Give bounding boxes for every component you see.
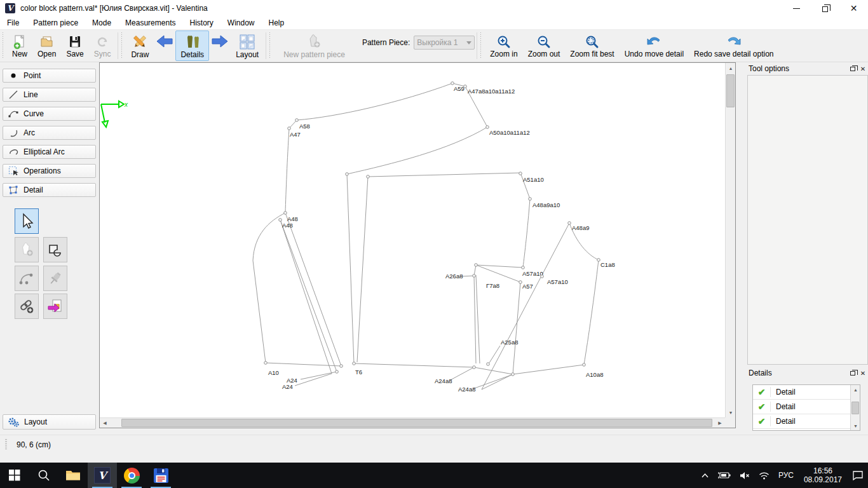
volume-muted-indicator[interactable] <box>735 463 754 488</box>
scroll-right-icon[interactable]: ▶ <box>715 418 725 428</box>
floppy-app-taskbar-button[interactable] <box>146 463 175 488</box>
toolbar-drag-handle[interactable] <box>1 32 4 59</box>
valentina-taskbar-button[interactable]: V <box>88 463 117 488</box>
layout-button[interactable]: Layout <box>3 414 96 430</box>
pattern-piece-path[interactable] <box>474 265 523 282</box>
detail-path-tool[interactable] <box>43 237 67 262</box>
pattern-piece-path[interactable] <box>474 275 480 363</box>
undo-move-detail-button[interactable]: Undo move detail <box>620 30 689 61</box>
category-point[interactable]: Point <box>3 69 96 83</box>
check-icon[interactable]: ✔ <box>753 416 771 426</box>
category-line[interactable]: Line <box>3 88 96 102</box>
clock[interactable]: 16:56 08.09.2017 <box>798 463 848 488</box>
restore-button[interactable] <box>811 0 839 17</box>
select-arrow-tool[interactable] <box>15 208 39 234</box>
pattern-piece-path[interactable] <box>473 375 512 389</box>
pattern-piece-path[interactable] <box>489 346 500 363</box>
toolbar-drag-handle[interactable] <box>268 32 271 59</box>
menu-measurements[interactable]: Measurements <box>118 17 182 30</box>
start-button[interactable] <box>0 463 29 488</box>
menu-history[interactable]: History <box>182 17 220 30</box>
chrome-taskbar-button[interactable] <box>117 463 146 488</box>
pattern-piece-path[interactable] <box>449 367 474 381</box>
pattern-piece-path[interactable] <box>347 174 354 363</box>
internal-path-tool[interactable] <box>15 266 39 291</box>
dock-float-button[interactable] <box>848 64 858 73</box>
menu-pattern-piece[interactable]: Pattern piece <box>26 17 85 30</box>
horizontal-scrollbar[interactable]: ◀ ▶ <box>100 417 725 428</box>
drawing-area[interactable]: x A59A47a8a10a11a12A58A47A50a10a11a12A51… <box>100 63 725 417</box>
pattern-piece-path[interactable] <box>253 213 341 366</box>
curve-icon <box>8 109 18 119</box>
zoom-fit-best-button[interactable]: Zoom fit best <box>565 30 619 61</box>
pattern-piece-path[interactable] <box>368 173 520 177</box>
category-elliptical-arc[interactable]: Elliptical Arc <box>3 145 96 159</box>
scroll-up-icon[interactable]: ▲ <box>851 385 860 394</box>
vertical-scrollbar[interactable]: ▲ ▼ <box>725 63 735 417</box>
pattern-piece-path[interactable] <box>295 374 332 386</box>
toolbar-drag-handle[interactable] <box>120 32 123 59</box>
zoom-out-button[interactable]: Zoom out <box>523 30 566 61</box>
scroll-left-icon[interactable]: ◀ <box>100 418 110 428</box>
redo-save-detail-button[interactable]: Redo save detail option <box>689 30 778 61</box>
pattern-piece-path[interactable] <box>357 177 368 362</box>
battery-indicator[interactable] <box>714 463 735 488</box>
tray-expand-button[interactable] <box>696 463 714 488</box>
dock-float-button[interactable] <box>848 369 858 377</box>
category-operations[interactable]: Operations <box>3 164 96 178</box>
pin-tool[interactable] <box>43 266 67 291</box>
menu-file[interactable]: File <box>0 17 26 30</box>
export-details-tool[interactable] <box>43 294 67 319</box>
file-explorer-button[interactable] <box>58 463 88 488</box>
insert-nodes-tool[interactable] <box>15 294 39 319</box>
battery-plug-icon <box>718 471 731 479</box>
category-curve[interactable]: Curve <box>3 107 96 121</box>
open-button[interactable]: Open <box>32 30 61 61</box>
close-button[interactable]: ✕ <box>839 0 868 17</box>
horizontal-scroll-thumb[interactable] <box>121 419 712 427</box>
draw-pencil-icon <box>132 34 148 50</box>
minimize-button[interactable] <box>782 0 811 17</box>
scroll-up-icon[interactable]: ▲ <box>726 63 736 73</box>
pattern-piece-path[interactable] <box>584 260 599 365</box>
language-indicator[interactable]: РУС <box>774 463 798 488</box>
pattern-piece-path[interactable] <box>289 83 487 174</box>
vertical-scroll-thumb[interactable] <box>726 74 735 107</box>
windows-logo-icon <box>9 470 20 481</box>
pattern-piece-path[interactable] <box>280 220 337 372</box>
scroll-down-icon[interactable]: ▼ <box>851 421 860 430</box>
pattern-point <box>336 370 339 374</box>
detail-list-item[interactable]: ✔ Detail <box>753 400 860 414</box>
category-arc[interactable]: Arc <box>3 126 96 140</box>
detail-list-item[interactable]: ✔ Detail <box>753 414 860 429</box>
new-button[interactable]: New <box>7 30 32 61</box>
details-scroll-thumb[interactable] <box>851 402 859 414</box>
line-icon <box>8 90 18 100</box>
wifi-indicator[interactable] <box>754 463 774 488</box>
category-detail[interactable]: Detail <box>3 183 96 197</box>
zoom-in-button[interactable]: Zoom in <box>485 30 522 61</box>
check-icon[interactable]: ✔ <box>753 402 771 412</box>
detail-list-item[interactable]: ✔ Detail <box>753 385 860 400</box>
pattern-piece-path[interactable] <box>520 173 530 268</box>
dock-close-button[interactable]: ✕ <box>858 369 868 377</box>
pattern-piece-path[interactable] <box>280 220 332 374</box>
save-button[interactable]: Save <box>61 30 88 61</box>
details-mode-button[interactable]: Details <box>175 30 209 61</box>
details-scrollbar[interactable]: ▲ ▼ <box>850 385 860 430</box>
check-icon[interactable]: ✔ <box>753 387 771 397</box>
new-detail-tool[interactable] <box>15 237 39 262</box>
pattern-piece-select[interactable]: Выкройка 1 <box>414 36 475 50</box>
pattern-piece-path[interactable] <box>285 128 289 213</box>
menu-window[interactable]: Window <box>220 17 262 30</box>
taskbar-search-button[interactable] <box>29 463 58 488</box>
layout-mode-button[interactable]: Layout <box>231 30 264 61</box>
action-center-button[interactable] <box>848 463 868 488</box>
menu-help[interactable]: Help <box>262 17 292 30</box>
toolbar-drag-handle[interactable] <box>479 32 482 59</box>
draw-mode-button[interactable]: Draw <box>126 30 154 61</box>
scroll-down-icon[interactable]: ▼ <box>726 407 736 417</box>
pattern-piece-path[interactable] <box>482 365 584 390</box>
dock-close-button[interactable]: ✕ <box>858 64 868 73</box>
menu-mode[interactable]: Mode <box>85 17 118 30</box>
